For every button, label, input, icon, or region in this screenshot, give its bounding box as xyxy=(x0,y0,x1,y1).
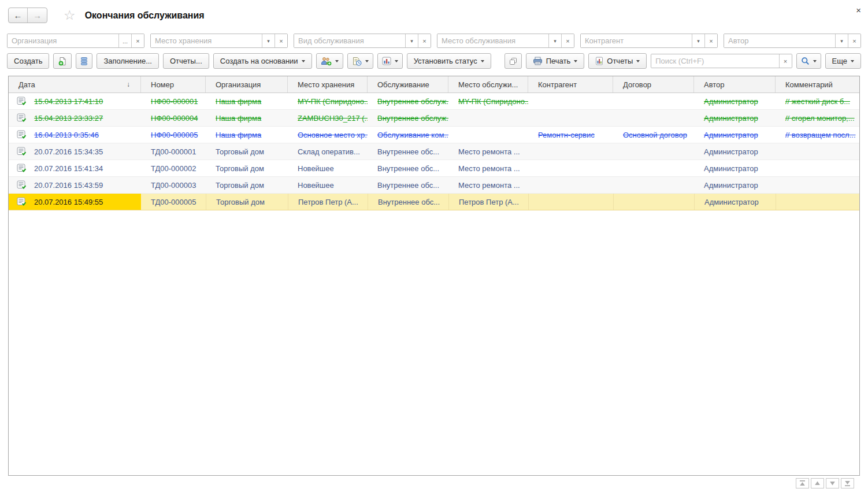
table-cell[interactable]: MY-ПК (Спиридоно... xyxy=(448,93,528,109)
table-cell[interactable]: Внутреннее обс... xyxy=(368,194,448,210)
open-in-window-button[interactable] xyxy=(505,53,522,69)
column-header[interactable]: Организация xyxy=(206,76,288,92)
table-cell[interactable] xyxy=(776,160,859,176)
clear-filter-button[interactable]: × xyxy=(561,34,574,47)
table-cell[interactable] xyxy=(776,143,859,160)
table-cell[interactable]: MY-ПК (Спиридоно... xyxy=(288,93,368,109)
list-view-button[interactable] xyxy=(76,53,92,69)
table-row[interactable]: 20.07.2016 15:49:55ТД00-000005Торговый д… xyxy=(9,194,859,210)
print-button[interactable]: Печать xyxy=(526,53,585,69)
scroll-to-bottom-button[interactable] xyxy=(841,478,854,488)
table-cell[interactable]: 20.07.2016 15:49:55 xyxy=(9,194,141,210)
favorite-star-icon[interactable]: ☆ xyxy=(64,9,76,22)
filter-input[interactable] xyxy=(151,34,262,47)
table-cell[interactable]: Место ремонта ... xyxy=(448,160,528,176)
table-cell[interactable]: // возвращем посл... xyxy=(776,127,859,143)
table-cell[interactable]: Наша фирма xyxy=(206,93,288,109)
reports-button[interactable]: Отчеты xyxy=(588,53,647,69)
table-cell[interactable]: ТД00-000002 xyxy=(141,160,206,176)
table-cell[interactable]: 15.04.2013 23:33:27 xyxy=(9,110,141,126)
column-header[interactable]: Автор xyxy=(694,76,776,92)
table-row[interactable]: 15.04.2013 17:41:10НФ00-000001Наша фирма… xyxy=(9,93,859,110)
column-header[interactable]: Дата↓ xyxy=(9,76,141,92)
table-cell[interactable] xyxy=(613,160,694,176)
table-cell[interactable]: Торговый дом xyxy=(206,160,288,176)
table-cell[interactable] xyxy=(776,194,859,210)
table-cell[interactable] xyxy=(613,93,694,109)
scroll-down-button[interactable] xyxy=(826,478,839,488)
table-cell[interactable]: 16.04.2013 0:35:46 xyxy=(9,127,141,143)
chart-report-button[interactable] xyxy=(377,53,403,69)
table-cell[interactable]: Наша фирма xyxy=(206,127,288,143)
ellipsis-button[interactable]: ... xyxy=(118,34,131,47)
table-cell[interactable]: Внутреннее обслуж... xyxy=(368,93,448,109)
table-cell[interactable]: // жесткий диск б... xyxy=(776,93,859,109)
table-cell[interactable] xyxy=(776,177,859,193)
column-header[interactable]: Обслуживание xyxy=(368,76,448,92)
table-cell[interactable]: 20.07.2016 15:43:59 xyxy=(9,177,141,193)
table-cell[interactable]: Администратор xyxy=(694,110,776,126)
back-button[interactable]: ← xyxy=(9,8,28,23)
table-cell[interactable]: НФ00-000004 xyxy=(141,110,206,126)
table-row[interactable]: 16.04.2013 0:35:46НФ00-000005Наша фирмаО… xyxy=(9,127,859,143)
document-schedule-button[interactable] xyxy=(347,53,373,69)
table-cell[interactable]: Место ремонта ... xyxy=(448,143,528,160)
scroll-up-button[interactable] xyxy=(811,478,824,488)
table-cell[interactable] xyxy=(613,177,694,193)
table-cell[interactable]: Новейшее xyxy=(288,160,368,176)
table-cell[interactable] xyxy=(528,143,613,160)
search-input[interactable] xyxy=(651,54,778,68)
table-cell[interactable]: Администратор xyxy=(694,194,776,210)
set-status-button[interactable]: Установить статус xyxy=(407,53,491,69)
table-cell[interactable]: Внутреннее обс... xyxy=(368,160,448,176)
table-cell[interactable]: Внутреннее обс... xyxy=(368,143,448,160)
forward-button[interactable]: → xyxy=(28,8,47,23)
clear-filter-button[interactable]: × xyxy=(848,34,860,47)
table-cell[interactable] xyxy=(528,194,613,210)
table-cell[interactable]: // сгорел монитор,... xyxy=(776,110,859,126)
search-clear-button[interactable]: × xyxy=(779,54,792,68)
table-cell[interactable]: Основной договор xyxy=(613,127,694,143)
table-cell[interactable] xyxy=(613,143,694,160)
table-cell[interactable]: Основное место хр... xyxy=(288,127,368,143)
table-cell[interactable]: 15.04.2013 17:41:10 xyxy=(9,93,141,109)
filter-input[interactable] xyxy=(8,34,118,47)
table-cell[interactable] xyxy=(528,110,613,126)
table-row[interactable]: 20.07.2016 15:34:35ТД00-000001Торговый д… xyxy=(9,143,859,160)
filter-input[interactable] xyxy=(437,34,548,47)
create-copy-button[interactable] xyxy=(53,53,72,69)
table-row[interactable]: 20.07.2016 15:41:34ТД00-000002Торговый д… xyxy=(9,160,859,177)
table-row[interactable]: 15.04.2013 23:33:27НФ00-000004Наша фирма… xyxy=(9,110,859,127)
scroll-to-top-button[interactable] xyxy=(796,478,809,488)
filter-input[interactable] xyxy=(581,34,692,47)
table-cell[interactable]: Администратор xyxy=(694,177,776,193)
close-icon[interactable]: × xyxy=(856,6,861,14)
table-cell[interactable]: 20.07.2016 15:34:35 xyxy=(9,143,141,160)
table-cell[interactable]: Администратор xyxy=(694,143,776,160)
table-cell[interactable]: Место ремонта ... xyxy=(448,177,528,193)
dropdown-button[interactable]: ▾ xyxy=(262,34,275,47)
table-cell[interactable]: Склад оператив... xyxy=(288,143,368,160)
reports-main-button[interactable]: Отчеты... xyxy=(163,53,209,69)
filter-input[interactable] xyxy=(294,34,405,47)
table-cell[interactable]: Петров Петр (А... xyxy=(288,194,368,210)
table-cell[interactable]: 20.07.2016 15:41:34 xyxy=(9,160,141,176)
column-header[interactable]: Договор xyxy=(613,76,694,92)
dropdown-button[interactable]: ▾ xyxy=(405,34,418,47)
table-cell[interactable]: Внутреннее обслуж... xyxy=(368,110,448,126)
contacts-add-button[interactable] xyxy=(316,53,343,69)
dropdown-button[interactable]: ▾ xyxy=(548,34,561,47)
table-cell[interactable]: НФ00-000005 xyxy=(141,127,206,143)
table-row[interactable]: 20.07.2016 15:43:59ТД00-000003Торговый д… xyxy=(9,177,859,194)
column-header[interactable]: Контрагент xyxy=(528,76,613,92)
clear-filter-button[interactable]: × xyxy=(131,34,144,47)
table-cell[interactable]: Торговый дом xyxy=(206,143,288,160)
create-button[interactable]: Создать xyxy=(7,53,49,69)
table-cell[interactable] xyxy=(613,194,694,210)
table-cell[interactable] xyxy=(448,110,528,126)
column-header[interactable]: Номер xyxy=(141,76,206,92)
table-cell[interactable]: ТД00-000001 xyxy=(141,143,206,160)
clear-filter-button[interactable]: × xyxy=(418,34,431,47)
table-cell[interactable] xyxy=(613,110,694,126)
dropdown-button[interactable]: ▾ xyxy=(835,34,848,47)
